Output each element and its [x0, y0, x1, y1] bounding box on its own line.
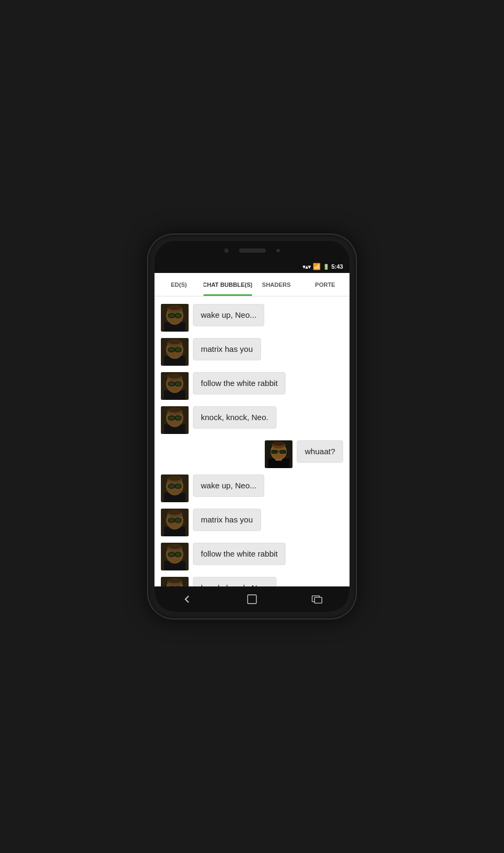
- status-icons: ▾▴▾ 📶 🔋 5:43: [303, 263, 343, 270]
- sensor-dot: [277, 249, 280, 252]
- message-row: matrix has you: [155, 335, 349, 369]
- svg-point-59: [272, 441, 285, 446]
- nav-bar: [155, 586, 349, 612]
- svg-point-43: [169, 416, 175, 420]
- phone-device: ▾▴▾ 📶 🔋 5:43 ED(S) CHAT BUBBLE(S) SHADER…: [148, 235, 356, 618]
- tab-chat-bubbles[interactable]: CHAT BUBBLE(S): [204, 273, 253, 296]
- svg-point-91: [169, 553, 175, 557]
- svg-point-80: [175, 519, 181, 522]
- svg-point-20: [175, 348, 181, 352]
- message-row: knock, knock, Neo.: [155, 403, 349, 437]
- svg-point-47: [168, 407, 182, 413]
- tab-themed[interactable]: ED(S): [155, 273, 204, 296]
- message-bubble: wake up, Neo...: [193, 474, 264, 497]
- tab-bar: ED(S) CHAT BUBBLE(S) SHADERS PORTE: [155, 273, 349, 296]
- tab-shaders[interactable]: SHADERS: [252, 273, 301, 296]
- svg-point-44: [175, 416, 181, 420]
- message-row: wake up, Neo...: [155, 301, 349, 335]
- message-bubble: knock, knock, Neo.: [193, 577, 277, 586]
- message-row: matrix has you: [155, 505, 349, 540]
- speaker-grill: [239, 248, 266, 253]
- svg-rect-120: [248, 595, 257, 604]
- svg-rect-122: [314, 597, 322, 603]
- morpheus-avatar: [161, 474, 189, 502]
- message-row: knock, knock, Neo.: [155, 574, 349, 586]
- clock: 5:43: [331, 263, 343, 270]
- tab-porte[interactable]: PORTE: [301, 273, 350, 296]
- svg-point-83: [168, 510, 182, 515]
- svg-point-23: [168, 339, 182, 344]
- svg-point-92: [175, 553, 181, 557]
- phone-top-hardware: [155, 241, 349, 260]
- message-bubble: matrix has you: [193, 509, 261, 531]
- svg-point-7: [169, 314, 175, 318]
- message-row: whuaat?: [155, 437, 349, 471]
- svg-point-79: [169, 519, 175, 522]
- svg-point-11: [168, 305, 182, 310]
- svg-point-95: [168, 544, 182, 549]
- wifi-signal-icon: 📶: [313, 263, 321, 270]
- back-button[interactable]: [176, 589, 198, 610]
- chat-area[interactable]: wake up, Neo... matrix has you: [155, 296, 349, 586]
- message-bubble: whuaat?: [297, 440, 343, 463]
- svg-point-67: [169, 485, 175, 488]
- svg-point-35: [168, 373, 182, 379]
- svg-point-8: [175, 314, 181, 318]
- message-bubble: follow the white rabbit: [193, 372, 286, 395]
- svg-point-31: [169, 382, 175, 386]
- svg-point-19: [169, 348, 175, 352]
- svg-point-107: [168, 578, 182, 583]
- morpheus-avatar: [161, 372, 189, 400]
- morpheus-avatar: [161, 304, 189, 332]
- camera-dot: [224, 248, 229, 253]
- wifi-icon: ▾▴▾: [303, 264, 311, 270]
- message-bubble: knock, knock, Neo.: [193, 406, 277, 429]
- message-row: follow the white rabbit: [155, 369, 349, 403]
- battery-icon: 🔋: [323, 264, 329, 270]
- message-row: wake up, Neo...: [155, 471, 349, 505]
- morpheus-avatar: [161, 509, 189, 536]
- morpheus-avatar: [161, 577, 189, 586]
- morpheus-avatar: [161, 406, 189, 434]
- morpheus-avatar: [161, 543, 189, 570]
- svg-point-68: [175, 485, 181, 488]
- message-bubble: follow the white rabbit: [193, 543, 286, 565]
- svg-point-71: [168, 476, 182, 481]
- status-bar: ▾▴▾ 📶 🔋 5:43: [155, 260, 349, 273]
- svg-rect-55: [272, 450, 277, 453]
- message-bubble: wake up, Neo...: [193, 304, 264, 326]
- home-button[interactable]: [241, 589, 263, 610]
- svg-rect-56: [280, 450, 286, 453]
- phone-screen: ▾▴▾ 📶 🔋 5:43 ED(S) CHAT BUBBLE(S) SHADER…: [155, 241, 349, 612]
- svg-point-32: [175, 382, 181, 386]
- message-bubble: matrix has you: [193, 338, 261, 360]
- neo-avatar: [265, 440, 292, 468]
- message-row: follow the white rabbit: [155, 540, 349, 574]
- morpheus-avatar: [161, 338, 189, 366]
- recents-button[interactable]: [306, 589, 328, 610]
